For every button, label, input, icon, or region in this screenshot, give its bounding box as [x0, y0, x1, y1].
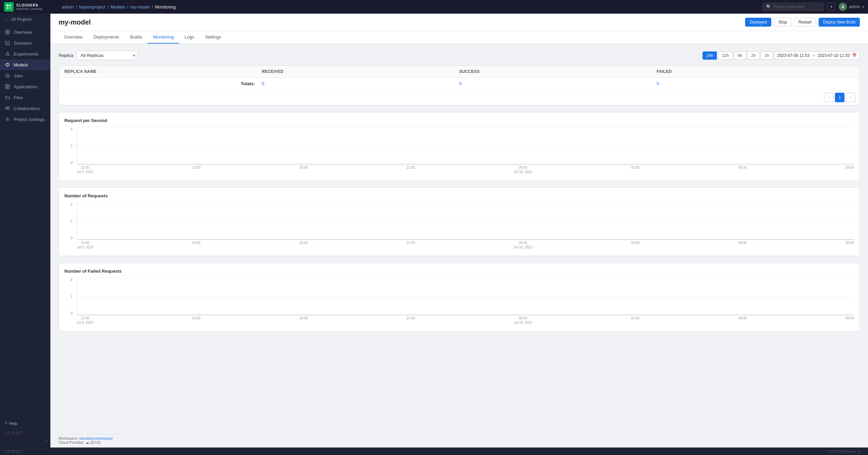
app-icon	[5, 84, 10, 89]
breadcrumb-model[interactable]: my-model	[130, 4, 150, 10]
baseline	[77, 164, 854, 164]
tab-builds[interactable]: Builds	[125, 31, 147, 44]
date-to: 2023-07-10 11:53	[818, 53, 850, 58]
sidebar-collapse-button[interactable]: «	[0, 437, 50, 445]
tab-logs[interactable]: Logs	[179, 31, 200, 44]
svg-rect-2	[6, 7, 9, 9]
x-label: 12:00Jul 9, 2023	[77, 241, 93, 250]
failed-requests-chart-area: 4 2 0 12:00Jul 9, 2023 15:00 18:00 21:00	[64, 278, 854, 325]
x-label: 09:00	[846, 316, 854, 325]
user-menu[interactable]: A admin ▾	[839, 3, 864, 11]
sidebar-item-collaborators[interactable]: Collaborators	[0, 103, 50, 114]
deploy-new-build-button[interactable]: Deploy New Build	[819, 18, 860, 27]
totals-received: 0	[262, 81, 459, 86]
baseline	[77, 239, 854, 240]
restart-button[interactable]: Restart	[794, 18, 816, 27]
x-label: 12:00Jul 9, 2023	[77, 165, 93, 175]
failed-requests-chart-plot	[77, 278, 854, 315]
breadcrumb-project[interactable]: faysonproject	[79, 4, 105, 10]
sidebar-item-experiments[interactable]: Experiments	[0, 48, 50, 59]
pagination-prev-button[interactable]: ‹	[824, 93, 834, 102]
tab-settings[interactable]: Settings	[200, 31, 226, 44]
x-label: 18:00	[299, 165, 308, 175]
x-label: 00:00Jul 10, 2023	[514, 316, 533, 325]
time-1h-button[interactable]: 1h	[761, 51, 773, 60]
search-icon: 🔍	[766, 4, 771, 9]
header-actions: Deployed Stop Restart Deploy New Build	[745, 18, 860, 27]
sidebar-item-jobs[interactable]: Jobs	[0, 70, 50, 81]
workspace-name-link[interactable]: cloudera-workspace	[79, 436, 113, 440]
num-requests-chart: Number of Requests 4 2 0 12:00Jul 9, 202…	[59, 187, 860, 256]
logo-text: CLOUDERA Machine Learning	[16, 3, 42, 11]
tab-deployments[interactable]: Deployments	[88, 31, 125, 44]
sidebar-item-overview[interactable]: Overview	[0, 27, 50, 37]
grid-line	[77, 146, 854, 146]
failed-requests-x-labels: 12:00Jul 9, 2023 15:00 18:00 21:00 00:00…	[77, 316, 854, 325]
sidebar-item-sessions[interactable]: Sessions	[0, 37, 50, 48]
time-12h-button[interactable]: 12h	[718, 51, 732, 60]
sidebar: ← All Projects Overview	[0, 14, 50, 448]
table-totals-row: Totals: 0 0 0	[59, 78, 859, 90]
sidebar-item-files[interactable]: Files	[0, 92, 50, 103]
svg-point-15	[8, 107, 9, 108]
logo-icon	[4, 2, 14, 12]
cloud-provider-line: Cloud Provider: ☁ (ECS)	[59, 440, 860, 445]
user-chevron-icon: ▾	[862, 5, 864, 9]
x-label: 18:00	[299, 316, 308, 325]
failed-requests-chart-title: Number of Failed Requests	[64, 269, 854, 274]
svg-rect-3	[9, 7, 11, 9]
x-label: 18:00	[299, 241, 308, 250]
logo: CLOUDERA Machine Learning	[4, 2, 53, 12]
x-label: 21:00	[407, 316, 415, 325]
cloud-provider-label: Cloud Provider:	[59, 440, 84, 444]
all-projects-link[interactable]: ← All Projects	[0, 14, 50, 24]
svg-rect-12	[5, 87, 7, 89]
table-header: Replica Name Received Success Failed	[59, 66, 859, 78]
folder-icon	[5, 95, 10, 100]
page-header: my-model Deployed Stop Restart Deploy Ne…	[50, 14, 868, 31]
x-label: 06:00	[738, 316, 747, 325]
avatar: A	[839, 3, 847, 11]
content-area: my-model Deployed Stop Restart Deploy Ne…	[50, 14, 868, 448]
topbar-right: 🔍 Project quick find + A admin ▾	[762, 3, 864, 11]
sidebar-item-project-settings[interactable]: Project Settings	[0, 114, 50, 125]
date-range-picker[interactable]: 2023-07-09 11:53 → 2023-07-10 11:53 📅	[774, 51, 860, 60]
tab-monitoring[interactable]: Monitoring	[147, 31, 179, 44]
pagination-next-button[interactable]: ›	[846, 93, 855, 102]
replica-select[interactable]: All Replicas Replica 1 Replica 2	[77, 51, 138, 60]
stop-button[interactable]: Stop	[774, 18, 791, 27]
col-header-failed: Failed	[657, 69, 854, 74]
totals-success: 0	[459, 81, 657, 86]
breadcrumb-models[interactable]: Models	[111, 4, 125, 10]
grid-line	[77, 221, 854, 222]
x-label: 03:00	[631, 316, 640, 325]
sidebar-item-label: Overview	[14, 30, 32, 35]
workspace-line: Workspace: cloudera-workspace	[59, 436, 860, 440]
tabs-bar: Overview Deployments Builds Monitoring L…	[50, 31, 868, 44]
sidebar-item-models[interactable]: Models	[0, 59, 50, 70]
username: admin	[849, 4, 860, 9]
time-6h-button[interactable]: 6h	[734, 51, 746, 60]
all-projects-label: All Projects	[11, 17, 32, 22]
search-box[interactable]: 🔍 Project quick find	[762, 3, 824, 11]
settings-icon	[5, 117, 10, 122]
time-24h-button[interactable]: 24h	[703, 51, 717, 60]
deployed-status-button[interactable]: Deployed	[745, 18, 771, 27]
num-requests-x-labels: 12:00Jul 9, 2023 15:00 18:00 21:00 00:00…	[77, 241, 854, 250]
grid-line	[77, 278, 854, 278]
time-2h-button[interactable]: 2h	[747, 51, 759, 60]
y-label: 2	[70, 219, 73, 223]
svg-rect-5	[8, 30, 10, 32]
svg-rect-8	[5, 41, 10, 45]
pagination-page-1-button[interactable]: 1	[835, 93, 845, 102]
help-item[interactable]: ? Help	[5, 421, 17, 426]
breadcrumb: admin / faysonproject / Models / my-mode…	[56, 4, 760, 10]
cloud-icon: ☁	[85, 440, 90, 444]
x-label: 15:00	[192, 241, 201, 250]
sidebar-item-applications[interactable]: Applications	[0, 81, 50, 92]
tab-overview[interactable]: Overview	[59, 31, 88, 44]
add-button[interactable]: +	[827, 3, 835, 11]
breadcrumb-admin[interactable]: admin	[62, 4, 74, 10]
totals-failed: 0	[657, 81, 854, 86]
collapse-icon: «	[45, 438, 48, 443]
